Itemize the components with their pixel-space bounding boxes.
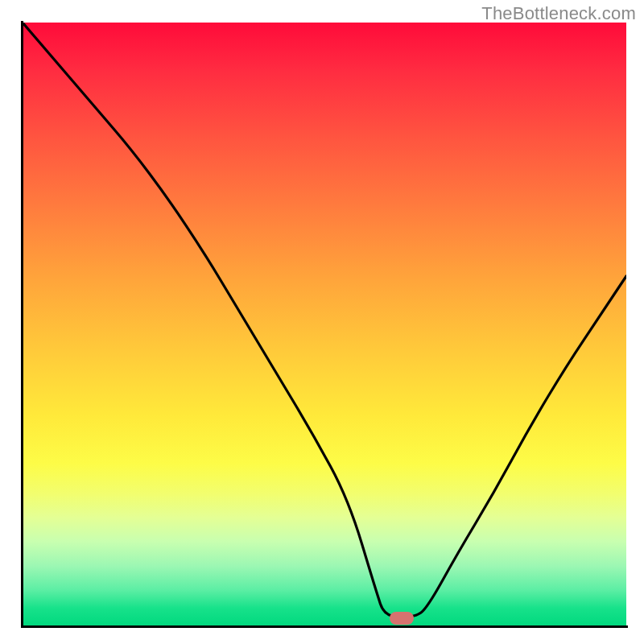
optimal-point-marker [390, 612, 414, 625]
curve-path [23, 23, 626, 617]
chart-stage: TheBottleneck.com [0, 0, 644, 644]
bottleneck-curve [23, 23, 626, 626]
y-axis [21, 21, 23, 628]
x-axis [21, 625, 628, 628]
watermark-text: TheBottleneck.com [481, 3, 636, 24]
